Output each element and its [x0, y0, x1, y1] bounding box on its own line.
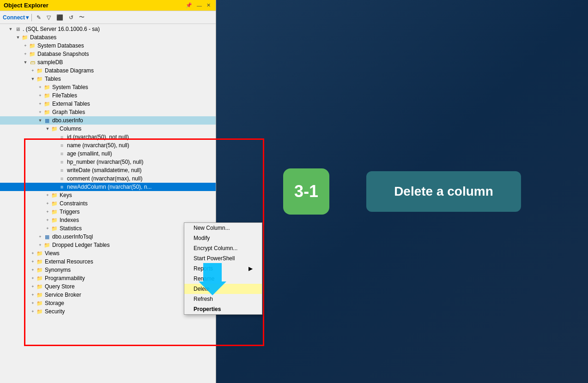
tree-item-synonyms[interactable]: + 📁 Synonyms: [0, 266, 216, 274]
tree-item-col-id[interactable]: ≡ id (nvarchar(50), not null): [0, 133, 216, 141]
expand-graph-tables[interactable]: +: [37, 109, 43, 115]
col-name-label: name (nvarchar(50), null): [67, 142, 129, 149]
tree-item-dbo-userinfo[interactable]: ▼ ▦ dbo.userInfo: [0, 116, 216, 125]
expand-views[interactable]: +: [30, 250, 36, 257]
expand-system-tables[interactable]: +: [37, 84, 43, 90]
ctx-new-column-label: New Column...: [194, 225, 230, 231]
ctx-properties[interactable]: Properties: [184, 304, 262, 314]
expand-server[interactable]: ▼: [7, 26, 14, 32]
ctx-modify-label: Modify: [194, 235, 210, 241]
expand-query-store[interactable]: +: [30, 283, 36, 290]
expand-service-broker[interactable]: +: [30, 292, 36, 298]
external-resources-icon: 📁: [36, 258, 43, 265]
tree-item-server[interactable]: ▼ 🖥 . (SQL Server 16.0.1000.6 - sa): [0, 25, 216, 33]
programmability-label: Programmability: [45, 275, 85, 281]
tree-item-graph-tables[interactable]: + 📁 Graph Tables: [0, 108, 216, 116]
ctx-reports-label: Reports: [194, 265, 213, 272]
tree-item-statistics[interactable]: + 📁 Statistics: [0, 224, 216, 233]
constraints-icon: 📁: [51, 200, 58, 207]
tree-item-col-name[interactable]: ≡ name (nvarchar(50), null): [0, 141, 216, 150]
expand-columns[interactable]: ▼: [44, 126, 51, 132]
expand-storage[interactable]: +: [30, 300, 36, 306]
db-snapshots-label: Database Snapshots: [37, 51, 89, 57]
expand-db-diagrams[interactable]: +: [30, 67, 36, 74]
ctx-start-powershell[interactable]: Start PowerShell: [184, 253, 262, 263]
delete-card: Delete a column: [366, 171, 521, 212]
expand-constraints[interactable]: +: [44, 200, 51, 207]
tree-item-tables[interactable]: ▼ 📁 Tables: [0, 75, 216, 83]
tree-item-col-hp[interactable]: ≡ hp_number (nvarchar(50), null): [0, 158, 216, 166]
pin-icon[interactable]: 📌: [184, 2, 194, 9]
tree-container[interactable]: ▼ 🖥 . (SQL Server 16.0.1000.6 - sa) ▼ 📁 …: [0, 24, 216, 383]
expand-triggers[interactable]: +: [44, 209, 51, 215]
ctx-reports[interactable]: Reports ▶: [184, 263, 262, 274]
ctx-refresh[interactable]: Refresh: [184, 294, 262, 304]
expand-file-tables[interactable]: +: [37, 92, 43, 99]
ctx-rename[interactable]: Rename: [184, 274, 262, 284]
tree-item-storage[interactable]: + 📁 Storage: [0, 299, 216, 307]
minimize-icon[interactable]: —: [195, 2, 203, 9]
tree-item-dbo-userinfotсql[interactable]: + ▦ dbo.userInfoTsql: [0, 233, 216, 241]
tree-item-keys[interactable]: + 📁 Keys: [0, 191, 216, 199]
filter-icon[interactable]: ▽: [45, 13, 53, 22]
expand-dbo-userinfotсql[interactable]: +: [37, 233, 43, 240]
synonyms-icon: 📁: [36, 266, 43, 274]
expand-system-databases[interactable]: +: [22, 42, 29, 49]
ctx-delete[interactable]: Delete: [184, 284, 262, 294]
views-icon: 📁: [36, 250, 43, 257]
tree-item-programmability[interactable]: + 📁 Programmability: [0, 274, 216, 282]
expand-indexes[interactable]: +: [44, 217, 51, 223]
tree-item-col-comment[interactable]: ≡ comment (nvarchar(max), null): [0, 174, 216, 183]
expand-dbo-userinfo[interactable]: ▼: [37, 117, 43, 124]
expand-dropped-ledger[interactable]: +: [37, 242, 43, 248]
refresh-icon[interactable]: ↺: [67, 13, 75, 22]
tree-item-col-age[interactable]: ≡ age (smallint, null): [0, 150, 216, 158]
tree-item-columns[interactable]: ▼ 📁 Columns: [0, 125, 216, 133]
tree-item-external-tables[interactable]: + 📁 External Tables: [0, 100, 216, 108]
tree-item-constraints[interactable]: + 📁 Constraints: [0, 199, 216, 208]
tree-item-db-snapshots[interactable]: + 📁 Database Snapshots: [0, 50, 216, 58]
security-icon: 📁: [36, 308, 43, 315]
expand-external-resources[interactable]: +: [30, 258, 36, 265]
new-query-icon[interactable]: ✎: [35, 13, 43, 22]
expand-external-tables[interactable]: +: [37, 101, 43, 107]
close-icon[interactable]: ✕: [205, 2, 212, 9]
expand-security[interactable]: +: [30, 308, 36, 315]
tree-item-triggers[interactable]: + 📁 Triggers: [0, 208, 216, 216]
expand-keys[interactable]: +: [44, 192, 51, 198]
tree-item-service-broker[interactable]: + 📁 Service Broker: [0, 291, 216, 299]
columns-label: Columns: [60, 126, 81, 132]
tree-item-col-writedate[interactable]: ≡ writeDate (smalldatetime, null): [0, 166, 216, 174]
tree-item-indexes[interactable]: + 📁 Indexes: [0, 216, 216, 224]
tree-item-file-tables[interactable]: + 📁 FileTables: [0, 91, 216, 100]
expand-synonyms[interactable]: +: [30, 267, 36, 273]
expand-sampledb[interactable]: ▼: [22, 59, 29, 66]
expand-programmability[interactable]: +: [30, 275, 36, 281]
tree-item-db-diagrams[interactable]: + 📁 Database Diagrams: [0, 66, 216, 75]
tree-item-system-databases[interactable]: + 📁 System Databases: [0, 42, 216, 50]
expand-tables[interactable]: ▼: [30, 76, 36, 82]
tree-item-query-store[interactable]: + 📁 Query Store: [0, 282, 216, 291]
tree-item-system-tables[interactable]: + 📁 System Tables: [0, 83, 216, 91]
expand-statistics[interactable]: +: [44, 225, 51, 232]
activity-icon[interactable]: 〜: [77, 12, 86, 22]
tree-item-col-new[interactable]: ≡ newAddColumn (nvarchar(50), n...: [0, 183, 216, 191]
ctx-modify[interactable]: Modify: [184, 233, 262, 243]
ctx-encrypt-column[interactable]: Encrypt Column...: [184, 243, 262, 253]
expand-databases[interactable]: ▼: [15, 34, 21, 41]
security-label: Security: [45, 308, 65, 315]
col-writedate-label: writeDate (smalldatetime, null): [67, 167, 141, 174]
expand-db-snapshots[interactable]: +: [22, 51, 29, 57]
tree-item-dropped-ledger[interactable]: + 📁 Dropped Ledger Tables: [0, 241, 216, 249]
stop-icon[interactable]: ⬛: [55, 13, 65, 22]
tree-item-sampledb[interactable]: ▼ 🗃 sampleDB: [0, 58, 216, 66]
tree-item-databases[interactable]: ▼ 📁 Databases: [0, 33, 216, 42]
ctx-new-column[interactable]: New Column...: [184, 223, 262, 233]
tree-item-security[interactable]: + 📁 Security: [0, 307, 216, 316]
tree-item-views[interactable]: + 📁 Views: [0, 249, 216, 257]
query-store-label: Query Store: [45, 283, 75, 290]
tree-item-external-resources[interactable]: + 📁 External Resources: [0, 257, 216, 266]
keys-icon: 📁: [51, 192, 58, 199]
server-label: . (SQL Server 16.0.1000.6 - sa): [23, 26, 100, 32]
connect-button[interactable]: Connect ▾: [3, 14, 29, 21]
